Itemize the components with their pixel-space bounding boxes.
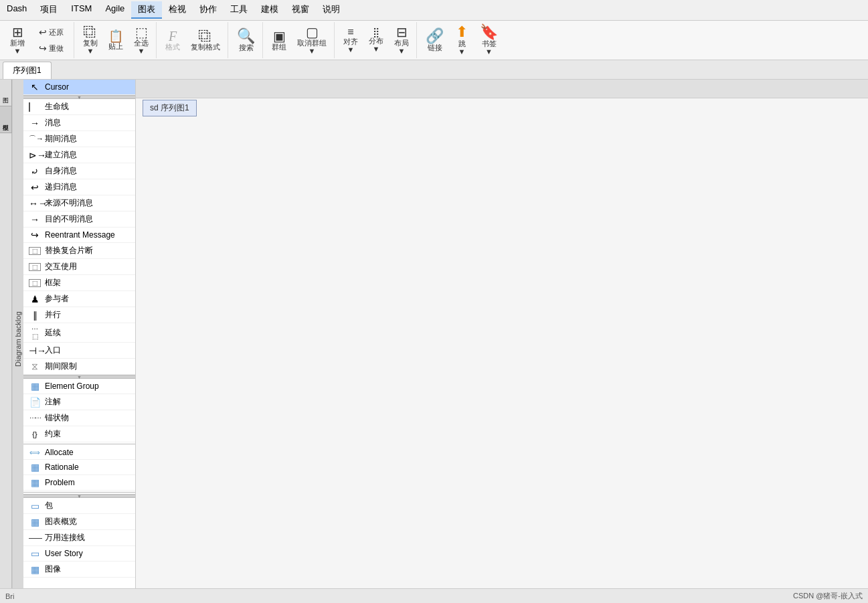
palette: ↖ Cursor 生命线 → 消息 ⌒→ 期间消息 ⊳→ 建立消息 ⤾ 自身消息: [23, 80, 136, 598]
palette-item-problem[interactable]: ▦ Problem: [23, 475, 135, 491]
palette-item-unknown-dst-msg[interactable]: → 目的不明消息: [23, 211, 135, 228]
palette-item-interaction[interactable]: ⬚ 交互使用: [23, 259, 135, 275]
palette-item-lifeline[interactable]: 生命线: [23, 99, 135, 115]
redo-button[interactable]: ↪ 重做: [31, 41, 71, 56]
menu-diagram[interactable]: 图表: [131, 1, 162, 19]
menu-inspect[interactable]: 检视: [162, 1, 193, 19]
menu-collab[interactable]: 协作: [193, 1, 224, 19]
palette-cursor[interactable]: ↖ Cursor: [23, 80, 135, 95]
copy-format-button[interactable]: ⿻ 复制格式: [186, 27, 225, 54]
toolbar-group-format: F 格式 ⿻ 复制格式: [158, 22, 228, 58]
palette-item-replace-fragment[interactable]: ⬚ 替换复合片断: [23, 243, 135, 259]
group-icon: ▣: [273, 29, 286, 43]
palette-item-rationale[interactable]: ▦ Rationale: [23, 460, 135, 475]
format-button[interactable]: F 格式: [161, 27, 185, 54]
palette-item-note[interactable]: 📄 注解: [23, 394, 135, 410]
format-icon: F: [169, 29, 177, 43]
menu-dash[interactable]: Dash: [0, 1, 33, 19]
canvas-area: sd 序列图1: [136, 80, 868, 598]
palette-item-duration-msg[interactable]: ⌒→ 期间消息: [23, 131, 135, 147]
palette-item-parallel[interactable]: ∥ 并行: [23, 307, 135, 323]
diagram-backlog-panel[interactable]: Diagram backlog: [12, 80, 23, 598]
palette-item-time-limit[interactable]: ⧖ 期间限制: [23, 359, 135, 375]
copy-icon: ⿻: [84, 25, 97, 39]
palette-item-entry[interactable]: ⊣→ 入口: [23, 343, 135, 359]
palette-item-frame[interactable]: ⬚ 框架: [23, 275, 135, 291]
redo-icon: ↪: [39, 44, 47, 53]
tab-sequence1[interactable]: 序列图1: [3, 62, 52, 79]
search-button[interactable]: 🔍 搜索: [232, 26, 260, 54]
bookmark-button[interactable]: 🔖 书签 ▼: [475, 22, 503, 58]
ungroup-button[interactable]: ▢ 取消群组 ▼: [292, 23, 331, 58]
menubar: Dash 项目 ITSM Agile 图表 检视 协作 工具 建模 视窗 说明: [0, 0, 868, 21]
menu-model[interactable]: 建模: [254, 1, 285, 19]
palette-item-anchor[interactable]: ⋯⋯ 锚状物: [23, 410, 135, 426]
palette-item-element-group[interactable]: ▦ Element Group: [23, 379, 135, 394]
side-tabs: 图 模型: [0, 80, 12, 598]
new-arrow: ▼: [14, 47, 21, 55]
menu-tools[interactable]: 工具: [224, 1, 254, 19]
undo-icon: ↩: [39, 27, 47, 37]
align-button[interactable]: ≡ 对齐 ▼: [339, 24, 363, 56]
palette-item-image[interactable]: ▦ 图像: [23, 562, 135, 578]
statusbar: Bri CSDN @猪哥-嵌入式: [0, 588, 868, 598]
canvas-diagram-label: sd 序列图1: [143, 100, 197, 116]
palette-item-diagram-overview[interactable]: ▦ 图表概览: [23, 514, 135, 530]
menu-help[interactable]: 说明: [316, 1, 347, 19]
copy-button[interactable]: ⿻ 复制 ▼: [78, 23, 102, 58]
cursor-icon: ↖: [29, 82, 41, 92]
menu-itsm[interactable]: ITSM: [64, 1, 98, 19]
new-button[interactable]: ⊞ 新增 ▼: [5, 23, 29, 58]
statusbar-right: CSDN @猪哥-嵌入式: [793, 591, 863, 598]
main-area: 图 模型 Diagram backlog ↖ Cursor 生命线 → 消息 ⌒…: [0, 80, 868, 598]
jump-icon: ⬆: [456, 25, 468, 39]
link-icon: 🔗: [426, 29, 444, 44]
palette-divider-2: [23, 492, 135, 493]
palette-item-recursive-msg[interactable]: ↩ 递归消息: [23, 179, 135, 195]
palette-item-create-msg[interactable]: ⊳→ 建立消息: [23, 147, 135, 163]
copy-format-icon: ⿻: [199, 29, 212, 43]
toolbar-group-navigation: 🔗 链接 ⬆ 跳 ▼ 🔖 书签 ▼: [418, 22, 505, 58]
search-icon: 🔍: [237, 29, 255, 44]
menu-agile[interactable]: Agile: [98, 1, 131, 19]
palette-item-user-story[interactable]: ▭ User Story: [23, 546, 135, 562]
toolbar-group-grouping: ▣ 群组 ▢ 取消群组 ▼: [264, 22, 335, 58]
palette-divider-1: [23, 444, 135, 444]
new-icon: ⊞: [12, 25, 23, 39]
distribute-button[interactable]: ⣿ 分布 ▼: [364, 25, 388, 56]
toolbar: ⊞ 新增 ▼ ↩ 还原 ↪ 重做 ⿻ 复制 ▼ 📋 贴上 ⬚ 全选: [0, 21, 868, 60]
undo-button[interactable]: ↩ 还原: [31, 25, 71, 40]
jump-button[interactable]: ⬆ 跳 ▼: [450, 22, 474, 58]
menu-window[interactable]: 视窗: [285, 1, 316, 19]
palette-item-constraint[interactable]: {} 约束: [23, 426, 135, 442]
layout-icon: ⊟: [396, 25, 408, 39]
selectall-button[interactable]: ⬚ 全选 ▼: [129, 23, 153, 58]
palette-item-universal-connector[interactable]: —— 万用连接线: [23, 530, 135, 546]
toolbar-group-search: 🔍 搜索: [230, 22, 263, 58]
palette-item-continue[interactable]: ⋯⬚ 延续: [23, 323, 135, 343]
group-button[interactable]: ▣ 群组: [267, 27, 291, 54]
paste-icon: 📋: [108, 30, 123, 42]
ungroup-icon: ▢: [306, 25, 319, 39]
palette-item-unknown-src-msg[interactable]: ↔→ 来源不明消息: [23, 195, 135, 211]
toolbar-group-clipboard: ⿻ 复制 ▼ 📋 贴上 ⬚ 全选 ▼: [76, 22, 157, 58]
side-tab-diagram[interactable]: 图: [0, 80, 11, 106]
palette-item-reentrant-msg[interactable]: ↪ Reentrant Message: [23, 228, 135, 243]
link-button[interactable]: 🔗 链接: [421, 26, 448, 54]
paste-button[interactable]: 📋 贴上: [104, 27, 128, 53]
canvas-header: [136, 80, 868, 98]
layout-button[interactable]: ⊟ 布局 ▼: [389, 23, 414, 58]
palette-item-message[interactable]: → 消息: [23, 115, 135, 131]
toolbar-group-edit: ⊞ 新增 ▼ ↩ 还原 ↪ 重做: [3, 22, 74, 58]
palette-item-allocate[interactable]: ⟺ Allocate: [23, 446, 135, 460]
menu-project[interactable]: 项目: [33, 1, 64, 19]
side-tab-model[interactable]: 模型: [0, 106, 11, 133]
palette-item-package[interactable]: ▭ 包: [23, 498, 135, 514]
statusbar-left: Bri: [5, 592, 14, 599]
palette-item-self-msg[interactable]: ⤾ 自身消息: [23, 163, 135, 179]
tabbar: 序列图1: [0, 60, 868, 80]
distribute-icon: ⣿: [373, 27, 379, 37]
selectall-icon: ⬚: [135, 25, 148, 39]
align-icon: ≡: [347, 27, 353, 37]
palette-item-participant[interactable]: ♟ 参与者: [23, 291, 135, 307]
